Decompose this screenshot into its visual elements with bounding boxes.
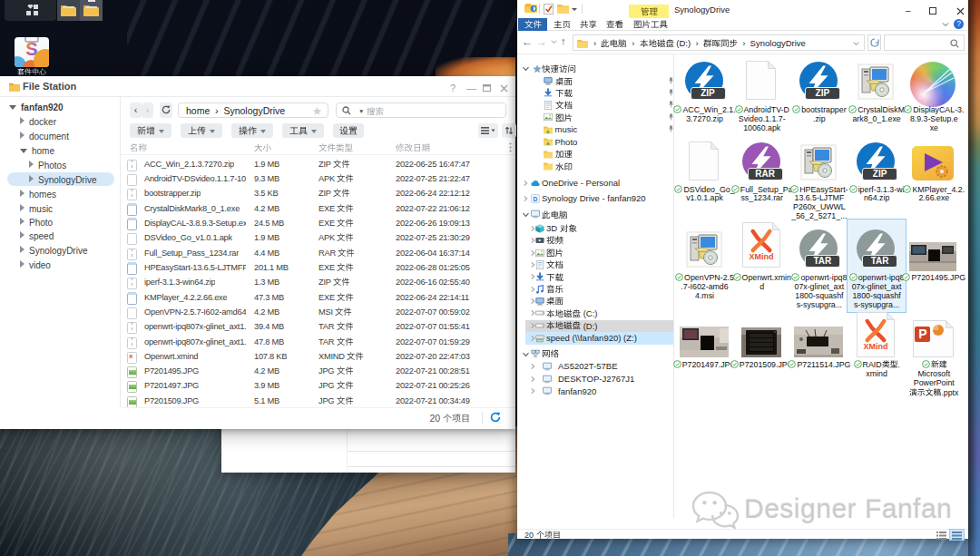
svg-text:XMind: XMind [749,252,773,261]
svg-text:D: D [534,195,538,201]
svg-text:XMind: XMind [864,342,888,351]
